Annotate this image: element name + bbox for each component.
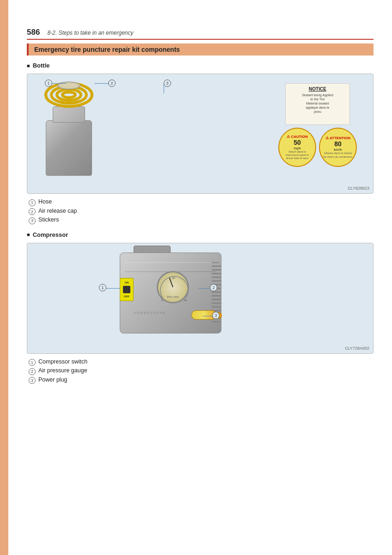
bottle-neck — [53, 106, 85, 123]
callout-3-bottle: 3 — [164, 80, 171, 87]
content-area: 586 8-2. Steps to take in an emergency E… — [8, 0, 392, 555]
svg-text:60: 60 — [184, 299, 187, 302]
brand-text: HORNESSORE — [134, 311, 166, 314]
circle-1-comp: 1 — [29, 359, 36, 366]
callout-2-bottle: 2 — [108, 80, 116, 87]
comp-label-3: 3 Power plug — [29, 376, 374, 384]
svg-point-3 — [62, 92, 75, 98]
callout-line-2-comp — [198, 288, 210, 289]
page-number: 586 — [27, 28, 40, 37]
compressor-diagram: HORNESSORE ON OFF PSI / kPa 0 60 30 — [27, 243, 374, 354]
bottle-label-3-text: Stickers — [38, 216, 59, 223]
callout-3-comp: 3 — [212, 312, 220, 319]
bottle-label-list: 1 Hose 2 Air release cap 3 Stickers — [27, 198, 374, 224]
callout-line-2 — [94, 83, 109, 84]
page-header: 586 8-2. Steps to take in an emergency — [27, 28, 374, 40]
comp-switch: ON OFF — [120, 278, 134, 301]
left-accent-bar — [0, 0, 8, 555]
comp-label-1: 1 Compressor switch — [29, 358, 374, 366]
comp-diagram-code: CLY728A002 — [345, 346, 369, 351]
circle-2-bottle: 2 — [29, 208, 36, 215]
comp-label-1-text: Compressor switch — [38, 358, 87, 365]
bottle-body — [46, 120, 92, 176]
circle-3-comp: 3 — [29, 377, 36, 384]
circle-1-bottle: 1 — [29, 199, 36, 206]
notice-title: NOTICE — [309, 86, 326, 92]
switch-toggle — [123, 286, 130, 293]
callout-1-comp: 1 — [99, 284, 106, 291]
notice-sticker: NOTICE Sealant being Appliedto the TireM… — [285, 83, 350, 125]
callout-line-3-comp — [203, 316, 213, 316]
comp-label-2: 2 Air pressure gauge — [29, 367, 374, 375]
section-title: Emergency tire puncture repair kit compo… — [27, 43, 374, 56]
page-subtitle: 8-2. Steps to take in an emergency — [47, 30, 133, 36]
callout-2-comp: 2 — [210, 284, 217, 291]
bottle-diagram: .coil-stroke { fill: none; stroke: #d4a8… — [27, 74, 374, 194]
bottle-heading: Bottle — [27, 62, 374, 69]
bottle-label-1: 1 Hose — [29, 198, 374, 206]
callout-1-bottle: 1 — [45, 80, 52, 87]
svg-text:30: 30 — [172, 277, 175, 279]
bottle-label-2-text: Air release cap — [38, 208, 77, 214]
stickers-area: NOTICE Sealant being Appliedto the TireM… — [276, 83, 359, 185]
callout-line-1-comp — [106, 288, 120, 289]
gauge-markings-svg: 0 60 30 — [158, 272, 190, 305]
svg-text:0: 0 — [161, 299, 163, 302]
caution-sticker-en: ⚠ CAUTION 50 mph Attach label to instrum… — [278, 128, 316, 167]
bottle-diagram-code: CLY828623 — [348, 186, 369, 191]
body-line-1 — [125, 262, 216, 263]
caution-sticker-fr: ⚠ ATTENTION 80 km/h Attache dans le cham… — [319, 128, 357, 167]
comp-label-2-text: Air pressure gauge — [38, 367, 87, 374]
bottle-label-2: 2 Air release cap — [29, 208, 374, 215]
bottle-label-3: 3 Stickers — [29, 216, 374, 224]
compressor-heading: Compressor — [27, 231, 374, 238]
circle-2-comp: 2 — [29, 368, 36, 375]
circle-3-bottle: 3 — [29, 217, 36, 224]
comp-label-3-text: Power plug — [38, 376, 67, 383]
compressor-label-list: 1 Compressor switch 2 Air pressure gauge… — [27, 358, 374, 384]
callout-line-1 — [52, 83, 66, 84]
comp-gauge: PSI / kPa 0 60 30 — [157, 271, 189, 303]
notice-text: Sealant being Appliedto the TireMaterial… — [302, 93, 333, 114]
callout-line-3 — [164, 84, 164, 93]
caution-stickers-row: ⚠ CAUTION 50 mph Attach label to instrum… — [278, 128, 357, 167]
bottle-label-1-text: Hose — [38, 198, 52, 205]
